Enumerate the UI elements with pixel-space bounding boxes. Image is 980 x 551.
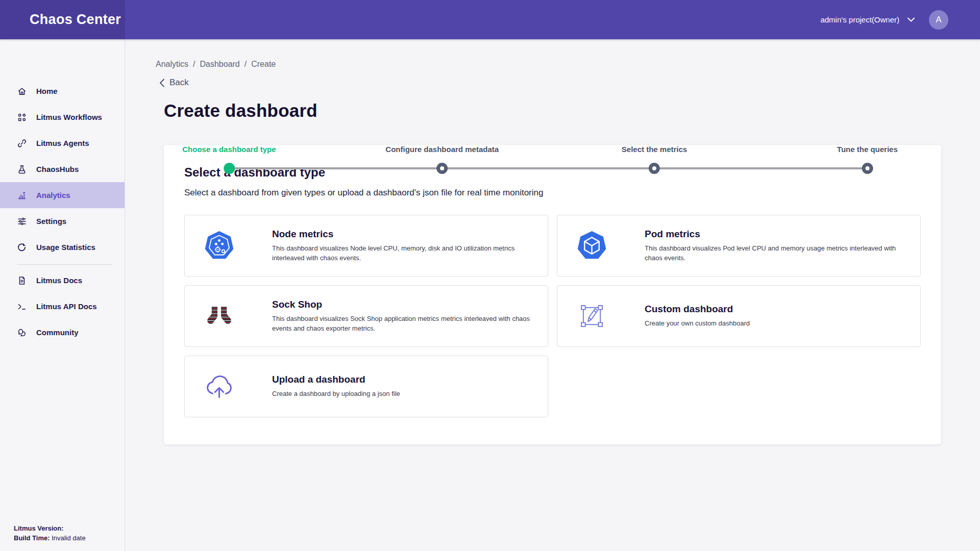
kubernetes-node-icon [204, 230, 235, 261]
step-label: Configure dashboard metadata [385, 145, 499, 155]
sidebar-item-settings[interactable]: Settings [0, 208, 125, 234]
stepper: Choose a dashboard type Configure dashbo… [164, 145, 941, 444]
build-time-value: Invalid date [50, 534, 86, 542]
document-icon [17, 276, 27, 286]
step-dot[interactable] [436, 163, 448, 174]
type-title: Sock Shop [272, 299, 541, 310]
step-tune-queries[interactable]: Tune the queries [837, 145, 898, 174]
sidebar-item-label: Settings [36, 217, 66, 226]
step-dot[interactable] [649, 163, 660, 174]
sidebar-item-label: Community [36, 328, 79, 337]
sidebar-divider [17, 264, 112, 265]
upload-cloud-icon [204, 371, 235, 402]
type-title: Custom dashboard [645, 304, 750, 315]
circle-stats-icon [17, 242, 27, 253]
sidebar-item-home[interactable]: Home [0, 78, 125, 104]
type-card-node-metrics[interactable]: Node metrics This dashboard visualizes N… [184, 215, 548, 277]
sidebar-item-analytics[interactable]: Analytics [0, 182, 125, 208]
back-label: Back [169, 78, 189, 88]
sliders-icon [17, 216, 27, 227]
type-title: Pod metrics [645, 229, 913, 240]
sidebar-item-label: Analytics [36, 191, 70, 199]
chat-bubbles-icon [17, 328, 27, 338]
type-title: Upload a dashboard [272, 374, 400, 385]
workflows-icon [17, 112, 27, 122]
type-card-pod-metrics[interactable]: Pod metrics This dashboard visualizes Po… [557, 215, 921, 277]
stepper-track [229, 167, 867, 169]
kubernetes-pod-icon [576, 230, 607, 261]
sidebar-item-label: Litmus Agents [36, 139, 89, 147]
type-title: Node metrics [272, 229, 541, 240]
step-label: Choose a dashboard type [182, 145, 276, 155]
type-description: Create your own custom dashboard [645, 319, 750, 329]
sidebar-item-community[interactable]: Community [0, 319, 125, 345]
sidebar-item-label: Home [36, 87, 58, 95]
breadcrumb-create: Create [251, 60, 276, 68]
step-label: Tune the queries [837, 145, 898, 155]
type-description: This dashboard visualizes Sock Shop appl… [272, 314, 541, 334]
sidebar-item-label: Litmus API Docs [36, 302, 97, 311]
sidebar-item-litmus-workflows[interactable]: Litmus Workflows [0, 104, 125, 130]
step-choose-dashboard-type[interactable]: Choose a dashboard type [182, 145, 276, 174]
type-description: This dashboard visualizes Node level CPU… [272, 244, 541, 263]
page-title: Create dashboard [164, 101, 980, 121]
type-description: This dashboard visualizes Pod level CPU … [645, 244, 913, 263]
home-icon [17, 86, 27, 96]
dashboard-type-grid: Node metrics This dashboard visualizes N… [184, 215, 921, 417]
sidebar-item-chaoshubs[interactable]: ChaosHubs [0, 156, 125, 182]
sidebar-item-label: Usage Statistics [36, 243, 95, 252]
sidebar-item-label: Litmus Docs [36, 276, 82, 285]
bar-chart-icon [17, 190, 27, 201]
breadcrumb-separator: / [193, 60, 195, 68]
custom-dashboard-icon [576, 300, 607, 332]
build-time-label: Build Time: [14, 534, 50, 542]
step-dot[interactable] [862, 163, 873, 174]
sock-shop-icon [204, 300, 235, 332]
sidebar-item-usage-statistics[interactable]: Usage Statistics [0, 234, 125, 260]
link-icon [17, 138, 27, 148]
chevron-left-icon [159, 79, 165, 87]
flask-icon [17, 164, 27, 174]
type-card-custom-dashboard[interactable]: Custom dashboard Create your own custom … [557, 285, 921, 347]
app-header: Chaos Center admin's project(Owner) A [0, 0, 980, 39]
sidebar-item-litmus-api-docs[interactable]: Litmus API Docs [0, 293, 125, 319]
back-button[interactable]: Back [159, 78, 980, 88]
type-card-upload-dashboard[interactable]: Upload a dashboard Create a dashboard by… [184, 356, 548, 417]
project-selector-label: admin's project(Owner) [820, 15, 899, 24]
litmus-version-label: Litmus Version: [14, 524, 64, 532]
step-select-metrics[interactable]: Select the metrics [622, 145, 687, 174]
sidebar-item-label: Litmus Workflows [36, 113, 102, 121]
type-description: Create a dashboard by uploading a json f… [272, 389, 400, 399]
sidebar-item-litmus-docs[interactable]: Litmus Docs [0, 267, 125, 293]
breadcrumb: Analytics/Dashboard/Create [156, 60, 980, 69]
project-selector[interactable]: admin's project(Owner) [820, 15, 915, 24]
sidebar: Home Litmus Workflows Litmus Agents Chao… [0, 39, 125, 551]
avatar-initial: A [936, 15, 941, 25]
step-configure-metadata[interactable]: Configure dashboard metadata [385, 145, 499, 174]
main-content: Analytics/Dashboard/Create Back Create d… [125, 39, 980, 551]
panel-subtitle: Select a dashboard from given types or u… [184, 188, 921, 198]
breadcrumb-separator: / [244, 60, 247, 68]
breadcrumb-analytics[interactable]: Analytics [156, 60, 188, 68]
breadcrumb-dashboard[interactable]: Dashboard [200, 60, 239, 68]
chevron-down-icon [908, 17, 915, 22]
type-card-sock-shop[interactable]: Sock Shop This dashboard visualizes Sock… [184, 285, 548, 347]
version-info: Litmus Version: Build Time: Invalid date [14, 524, 86, 543]
avatar[interactable]: A [929, 10, 948, 30]
sidebar-item-label: ChaosHubs [36, 165, 79, 173]
terminal-icon [17, 302, 27, 312]
sidebar-item-litmus-agents[interactable]: Litmus Agents [0, 130, 125, 156]
logo-area: Chaos Center [0, 0, 125, 39]
step-dot[interactable] [224, 163, 235, 174]
dashboard-type-panel: Select a dashboard type Select a dashboa… [164, 145, 941, 444]
app-title: Chaos Center [30, 12, 121, 28]
step-label: Select the metrics [622, 145, 687, 155]
